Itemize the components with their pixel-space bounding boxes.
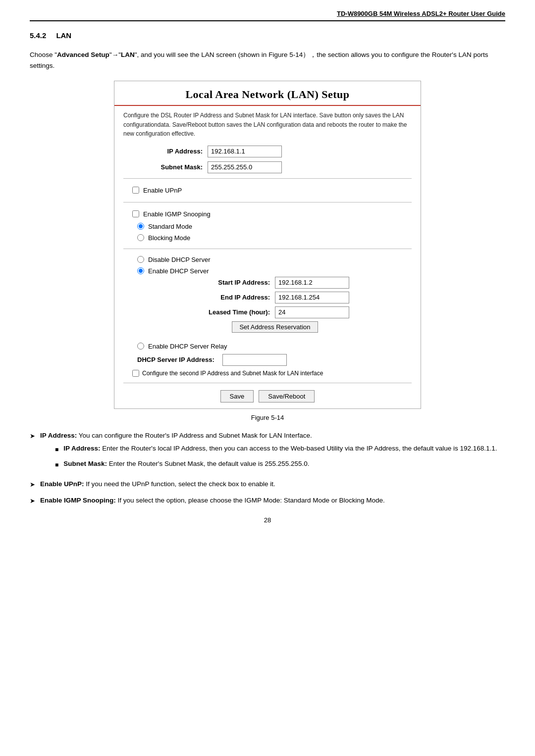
start-ip-row: Start IP Address:: [123, 277, 412, 289]
bullet-ip-label: IP Address:: [40, 432, 77, 439]
end-ip-row: End IP Address:: [123, 292, 412, 303]
enable-igmp-label: Enable IGMP Snooping: [143, 210, 211, 218]
second-ip-label: Configure the second IP Address and Subn…: [142, 370, 323, 377]
start-ip-input[interactable]: [275, 277, 349, 289]
bullet-upnp-label: Enable UPnP:: [40, 480, 84, 488]
enable-dhcp-label: Enable DHCP Server: [148, 267, 209, 275]
save-button[interactable]: Save: [220, 390, 254, 403]
bullet-upnp-text: If you need the UPnP function, select th…: [84, 480, 275, 488]
second-ip-checkbox[interactable]: [132, 370, 139, 377]
sub-bullet-square-2: ■: [55, 460, 58, 470]
disable-dhcp-row: Disable DHCP Server: [123, 254, 412, 265]
leased-time-label: Leased Time (hour):: [186, 308, 270, 316]
disable-dhcp-radio[interactable]: [137, 256, 144, 263]
bullet-igmp-text: If you select the option, please choose …: [116, 497, 385, 504]
bullet-igmp: ➤ Enable IGMP Snooping: If you select th…: [30, 495, 505, 506]
standard-mode-radio[interactable]: [137, 223, 144, 230]
enable-igmp-row: Enable IGMP Snooping: [123, 207, 412, 221]
section-title: LAN: [56, 31, 71, 40]
end-ip-label: End IP Address:: [186, 294, 270, 301]
button-row: Save Save/Reboot: [123, 383, 412, 408]
dhcp-server-ip-label: DHCP Server IP Address:: [137, 356, 214, 363]
page-number: 28: [30, 516, 505, 524]
bullet-arrow-3: ➤: [30, 496, 35, 506]
subnet-mask-input[interactable]: [208, 161, 282, 173]
subnet-mask-row: Subnet Mask:: [123, 161, 412, 173]
second-ip-row: Configure the second IP Address and Subn…: [123, 368, 412, 379]
blocking-mode-radio[interactable]: [137, 234, 144, 241]
sub-bullet-square-1: ■: [55, 445, 58, 454]
bullet-arrow-1: ➤: [30, 431, 35, 442]
leased-time-row: Leased Time (hour):: [123, 306, 412, 318]
blocking-mode-row: Blocking Mode: [123, 232, 412, 244]
subnet-mask-label: Subnet Mask:: [138, 163, 203, 171]
bullet-upnp: ➤ Enable UPnP: If you need the UPnP func…: [30, 479, 505, 490]
lan-form-title: Local Area Network (LAN) Setup: [114, 81, 421, 105]
bullet-arrow-2: ➤: [30, 480, 35, 490]
enable-upnp-checkbox[interactable]: [132, 187, 139, 194]
lan-setup-box: Local Area Network (LAN) Setup Configure…: [114, 81, 421, 409]
section-number: 5.4.2: [30, 31, 46, 40]
enable-dhcp-relay-row: Enable DHCP Server Relay: [123, 341, 412, 352]
ip-address-label: IP Address:: [138, 148, 203, 155]
intro-text: Choose "Advanced Setup"→"LAN", and you w…: [30, 50, 505, 71]
save-reboot-button[interactable]: Save/Reboot: [259, 390, 315, 403]
leased-time-input[interactable]: [275, 306, 349, 318]
ip-address-row: IP Address:: [123, 146, 412, 157]
bullet-ip-text: You can configure the Router's IP Addres…: [77, 432, 312, 439]
figure-caption: Figure 5-14: [30, 414, 505, 421]
ip-address-input[interactable]: [208, 146, 282, 157]
set-address-reservation-button[interactable]: Set Address Reservation: [232, 321, 318, 333]
blocking-mode-label: Blocking Mode: [148, 234, 190, 242]
page-header: TD-W8900GB 54M Wireless ADSL2+ Router Us…: [30, 10, 505, 21]
enable-dhcp-row: Enable DHCP Server: [123, 265, 412, 277]
enable-upnp-label: Enable UPnP: [143, 187, 182, 194]
enable-upnp-row: Enable UPnP: [123, 184, 412, 197]
header-title: TD-W8900GB 54M Wireless ADSL2+ Router Us…: [337, 10, 505, 17]
dhcp-server-ip-input[interactable]: [222, 354, 287, 366]
enable-dhcp-radio[interactable]: [137, 267, 144, 274]
sub-ip-text: Enter the Router's local IP Address, the…: [101, 445, 497, 452]
standard-mode-label: Standard Mode: [148, 223, 192, 230]
sub-subnet-text: Enter the Router's Subnet Mask, the defa…: [107, 460, 310, 467]
disable-dhcp-label: Disable DHCP Server: [148, 256, 210, 263]
sub-bullets-ip: ■ IP Address: Enter the Router's local I…: [55, 443, 497, 470]
bullet-ip-address: ➤ IP Address: You can configure the Rout…: [30, 430, 505, 474]
enable-dhcp-relay-radio[interactable]: [137, 343, 144, 350]
enable-igmp-checkbox[interactable]: [132, 210, 139, 217]
enable-dhcp-relay-label: Enable DHCP Server Relay: [148, 343, 227, 350]
sub-bullet-ip-address: ■ IP Address: Enter the Router's local I…: [55, 443, 497, 454]
sub-subnet-label: Subnet Mask:: [63, 460, 107, 467]
dhcp-server-ip-row: DHCP Server IP Address:: [123, 352, 412, 368]
standard-mode-row: Standard Mode: [123, 221, 412, 232]
lan-description: Configure the DSL Router IP Address and …: [123, 111, 412, 139]
end-ip-input[interactable]: [275, 292, 349, 303]
start-ip-label: Start IP Address:: [186, 279, 270, 286]
bullet-igmp-label: Enable IGMP Snooping:: [40, 497, 116, 504]
sub-bullet-subnet-mask: ■ Subnet Mask: Enter the Router's Subnet…: [55, 458, 497, 470]
bullet-section: ➤ IP Address: You can configure the Rout…: [30, 430, 505, 506]
sub-ip-label: IP Address:: [63, 445, 100, 452]
